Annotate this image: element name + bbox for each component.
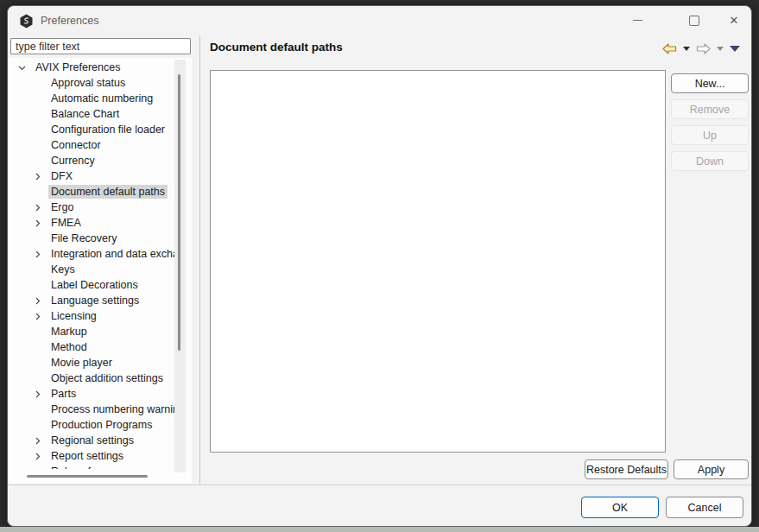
twisty-spacer [34,142,41,149]
tree-item-connector[interactable]: Connector [9,137,185,153]
tree-item-label: Ergo [48,200,76,214]
tree-item-label: Report settings [48,449,126,463]
expand-chevron-icon[interactable] [34,297,41,305]
tree-item-integration-and-data-exchange[interactable]: Integration and data exchange [9,246,185,262]
expand-chevron-icon[interactable] [34,437,41,445]
remove-button: Remove [671,99,749,119]
tree-item-movie-player[interactable]: Movie player [9,355,185,370]
panel-divider [199,35,200,484]
twisty-spacer [34,126,41,134]
up-button: Up [671,125,749,145]
tree-item-label: Method [48,340,90,354]
twisty-spacer [34,282,41,289]
minimize-button[interactable] [619,7,655,34]
twisty-spacer [34,406,41,414]
tree-item-label: Licensing [48,309,99,323]
twisty-spacer [34,157,41,165]
tree-horizontal-scrollbar-thumb[interactable] [27,475,148,478]
tree-item-regional-settings[interactable]: Regional settings [9,433,185,448]
tree-item-label: Rules of [48,465,93,469]
tree-item-approval-status[interactable]: Approval status [9,75,185,91]
desktop-bottom-strip [0,527,759,532]
collapse-chevron-icon[interactable] [18,64,26,72]
tree-item-licensing[interactable]: Licensing [9,308,185,324]
tree-item-dfx[interactable]: DFX [9,168,185,184]
titlebar: Preferences ✕ [8,6,751,35]
tree-item-label: Language settings [48,294,142,307]
tree-item-label: Connector [48,138,104,152]
expand-chevron-icon[interactable] [34,390,41,398]
tree-item-file-recovery[interactable]: File Recovery [9,231,185,246]
tree-item-rules-of[interactable]: Rules of [9,464,185,469]
twisty-spacer [34,421,41,429]
twisty-spacer [34,359,41,367]
view-menu-icon[interactable] [730,46,740,52]
tree-item-parts[interactable]: Parts [9,386,185,402]
document-paths-list[interactable] [210,70,666,453]
back-history-dropdown-icon[interactable] [683,47,690,51]
tree-item-label: Label Decorations [48,278,141,292]
preferences-dialog: Preferences ✕ AVIX PreferencesApproval s… [7,5,752,527]
tree-item-report-settings[interactable]: Report settings [9,448,185,464]
tree-item-markup[interactable]: Markup [9,324,185,339]
tree-item-currency[interactable]: Currency [9,153,185,168]
tree-item-fmea[interactable]: FMEA [9,215,185,231]
twisty-spacer [34,111,41,118]
expand-chevron-icon[interactable] [34,173,41,180]
tree-item-automatic-numbering[interactable]: Automatic numbering [9,91,185,106]
maximize-icon [689,16,699,26]
footer-divider [8,484,752,485]
twisty-spacer [34,468,41,470]
tree-item-label: Movie player [48,356,115,370]
filter-input[interactable] [10,38,191,54]
tree-item-object-addition-settings[interactable]: Object addition settings [9,370,185,386]
tree-item-label: Integration and data exchange [48,247,185,261]
tree-item-configuration-file-loader[interactable]: Configuration file loader [9,122,185,137]
tree-vertical-scrollbar[interactable] [174,60,186,472]
close-button[interactable]: ✕ [716,7,752,34]
expand-chevron-icon[interactable] [34,204,41,212]
maximize-button[interactable] [676,7,712,34]
page-title: Document default paths [210,41,343,54]
twisty-spacer [34,344,41,352]
twisty-spacer [34,328,41,336]
restore-defaults-button[interactable]: Restore Defaults [585,459,668,479]
cancel-button[interactable]: Cancel [666,497,743,518]
expand-chevron-icon[interactable] [34,313,41,320]
tree-item-label: Automatic numbering [48,92,155,105]
minimize-icon [633,20,642,21]
tree-item-label: Approval status [48,76,128,90]
twisty-spacer [34,188,41,196]
tree-item-label: Keys [48,263,78,276]
expand-chevron-icon[interactable] [34,219,41,227]
tree-item-label-decorations[interactable]: Label Decorations [9,277,185,293]
tree-item-keys[interactable]: Keys [9,262,185,277]
ok-button[interactable]: OK [581,497,659,518]
tree-item-label: DFX [48,169,75,183]
tree-item-method[interactable]: Method [9,339,185,355]
apply-button[interactable]: Apply [674,459,749,479]
tree-item-production-programs[interactable]: Production Programs [9,417,185,433]
forward-history-dropdown-icon[interactable] [717,47,724,51]
tree-item-avix-preferences[interactable]: AVIX Preferences [9,60,185,75]
expand-chevron-icon[interactable] [34,453,41,460]
tree-item-ergo[interactable]: Ergo [9,200,185,215]
twisty-spacer [34,375,41,383]
expand-chevron-icon[interactable] [34,250,41,258]
forward-icon[interactable] [696,43,711,54]
navigation-toolbar [662,41,740,55]
tree-item-label: FMEA [48,216,84,230]
tree-item-label: Balance Chart [48,107,122,121]
back-icon[interactable] [662,43,677,54]
twisty-spacer [34,235,41,243]
down-button: Down [671,151,749,171]
tree-item-balance-chart[interactable]: Balance Chart [9,106,185,122]
tree-item-language-settings[interactable]: Language settings [9,293,185,308]
tree-item-label: Object addition settings [48,371,166,385]
tree-vertical-scrollbar-thumb[interactable] [178,74,180,351]
tree-item-document-default-paths[interactable]: Document default paths [9,184,185,200]
new-button[interactable]: New... [671,73,749,93]
tree-item-process-numbering-warnings[interactable]: Process numbering warnings [9,402,185,417]
app-logo-icon [19,14,34,28]
tree-item-label: Document default paths [48,185,168,199]
